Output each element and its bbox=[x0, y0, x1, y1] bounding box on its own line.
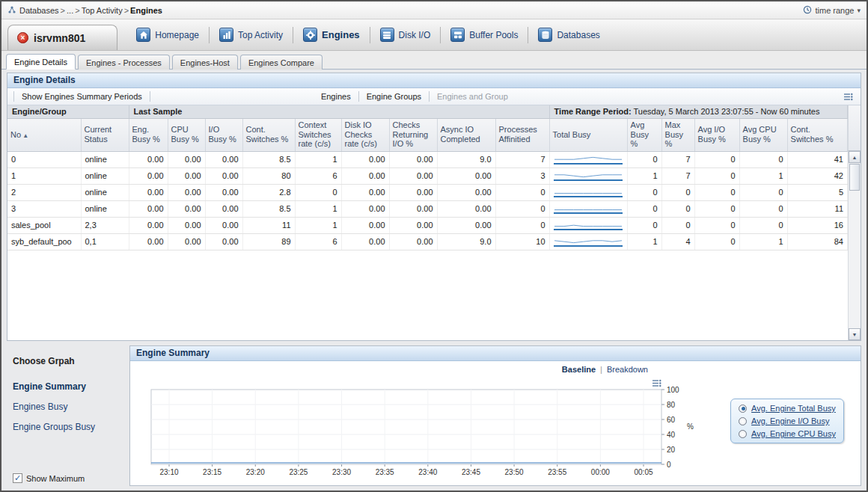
graph-option-engines-busy[interactable]: Engines Busy bbox=[13, 402, 122, 412]
sparkline-icon bbox=[553, 186, 623, 197]
buffer-pools-icon bbox=[450, 28, 465, 42]
table-row[interactable]: 2online0.000.000.002.800.000.000.0000000… bbox=[7, 184, 848, 200]
legend-option-avg-engine-total-busy[interactable]: Avg. Engine Total Busy bbox=[739, 404, 836, 413]
breadcrumb-item-[interactable]: ... bbox=[67, 6, 73, 15]
column-header-current-status[interactable]: Current Status bbox=[81, 118, 129, 151]
cell: 11 bbox=[787, 200, 847, 217]
graph-option-engine-summary[interactable]: Engine Summary bbox=[13, 381, 122, 392]
breadcrumb-item-engines[interactable]: Engines bbox=[130, 6, 162, 15]
breakdown-link[interactable]: Breakdown bbox=[607, 365, 648, 374]
cell: 0.00 bbox=[437, 184, 495, 200]
column-header-context-switches-rate-c-s[interactable]: Context Switches rate (c/s) bbox=[295, 118, 341, 151]
show-maximum-checkbox[interactable]: ✓ Show Maximum bbox=[13, 473, 122, 483]
tab-engine-details[interactable]: Engine Details bbox=[6, 54, 76, 70]
host-title-tab: × isrvmn801 bbox=[7, 25, 117, 50]
column-header-processes-affinitied[interactable]: Processes Affinitied bbox=[495, 118, 549, 151]
cell: 0.00 bbox=[389, 151, 437, 167]
breadcrumb-separator: > bbox=[124, 6, 129, 15]
time-range-control[interactable]: time range ▾ bbox=[803, 5, 861, 16]
cell: 1 bbox=[295, 217, 341, 233]
tab-engines-processes[interactable]: Engines - Processes bbox=[78, 55, 170, 70]
engine-summary-panel: Engine Summary Baseline | Breakdown 0204… bbox=[129, 345, 861, 486]
svg-text:80: 80 bbox=[667, 401, 676, 409]
cell: 89 bbox=[242, 233, 295, 250]
scroll-thumb[interactable] bbox=[849, 164, 860, 191]
header-filler bbox=[848, 105, 861, 151]
error-status-icon: × bbox=[17, 32, 28, 43]
scroll-up-button[interactable]: ▲ bbox=[849, 151, 861, 163]
column-header-i-o-busy[interactable]: I/O Busy % bbox=[205, 118, 242, 151]
baseline-link[interactable]: Baseline bbox=[562, 365, 596, 374]
breadcrumb-item-databases[interactable]: Databases bbox=[19, 6, 59, 15]
graph-chooser-panel: Choose Grpah Engine SummaryEngines BusyE… bbox=[7, 345, 125, 486]
table-row[interactable]: 3online0.000.000.008.510.000.000.0000000… bbox=[7, 200, 848, 217]
table-row[interactable]: syb_default_poo0,10.000.000.008960.000.0… bbox=[7, 233, 848, 250]
breadcrumb-separator: > bbox=[75, 6, 79, 15]
scroll-down-button[interactable]: ▼ bbox=[849, 328, 861, 340]
cell: 0.00 bbox=[168, 233, 205, 250]
engines-and-group-button[interactable]: Engines and Group bbox=[431, 90, 514, 102]
nav-label: Homepage bbox=[155, 30, 199, 40]
column-header-cont-switches[interactable]: Cont. Switches % bbox=[787, 118, 847, 151]
column-header-checks-returning-i-o[interactable]: Checks Returning I/O % bbox=[389, 118, 437, 151]
column-header-total-busy[interactable]: Total Busy bbox=[549, 118, 627, 151]
breadcrumb-item-top-activity[interactable]: Top Activity bbox=[82, 6, 123, 15]
column-header-avg-i-o-busy[interactable]: Avg I/O Busy % bbox=[694, 118, 739, 151]
toolbar-separator bbox=[150, 91, 150, 102]
column-header-avg-cpu-busy[interactable]: Avg CPU Busy % bbox=[739, 118, 787, 151]
cell: 0.00 bbox=[341, 233, 389, 250]
nav-buffer-pools[interactable]: Buffer Pools bbox=[444, 25, 525, 45]
main-content: Engine Details Show Engines Summary Peri… bbox=[1, 70, 867, 344]
cell: 0.00 bbox=[389, 167, 437, 184]
column-header-cont-switches[interactable]: Cont. Switches % bbox=[242, 118, 295, 151]
column-header-no[interactable]: No ▲ bbox=[7, 118, 81, 151]
cell: online bbox=[81, 167, 129, 184]
engine-groups-button[interactable]: Engine Groups bbox=[361, 90, 427, 102]
cell: 0 bbox=[627, 217, 661, 233]
radio-icon bbox=[739, 405, 747, 413]
table-scrollbar[interactable]: ▲ ▼ bbox=[848, 151, 861, 340]
nav-engines[interactable]: Engines bbox=[296, 25, 367, 45]
engines-table: Engine/GroupLast SampleTime Range Period… bbox=[7, 105, 848, 250]
header: × isrvmn801 HomepageTop ActivityEnginesD… bbox=[1, 19, 867, 51]
cell: 0.00 bbox=[205, 200, 242, 217]
cell: online bbox=[81, 200, 129, 217]
legend-option-avg-engine-cpu-busy[interactable]: Avg. Engine CPU Busy bbox=[739, 429, 836, 438]
cell: 0.00 bbox=[168, 151, 205, 167]
column-header-eng-busy[interactable]: Eng. Busy % bbox=[129, 118, 168, 151]
sort-asc-icon: ▲ bbox=[21, 132, 28, 139]
engine-summary-section-title: Engine Summary bbox=[130, 346, 861, 361]
app-window: Databases>...>Top Activity>Engines time … bbox=[0, 0, 868, 492]
graph-option-engine-groups-busy[interactable]: Engine Groups Busy bbox=[13, 422, 122, 432]
column-header-disk-io-checks-rate-c-s[interactable]: Disk IO Checks rate (c/s) bbox=[341, 118, 389, 151]
cell: 1 bbox=[627, 167, 661, 184]
cell: 3 bbox=[7, 200, 81, 217]
table-row[interactable]: 0online0.000.000.008.510.000.009.0707004… bbox=[7, 151, 848, 167]
column-header-max-busy[interactable]: Max Busy % bbox=[661, 118, 694, 151]
nav-disk-i-o[interactable]: Disk I/O bbox=[373, 25, 438, 45]
cell: 0.00 bbox=[437, 167, 495, 184]
tab-engines-host[interactable]: Engines-Host bbox=[172, 55, 238, 70]
cell: syb_default_poo bbox=[7, 233, 81, 250]
cell: 0 bbox=[661, 217, 694, 233]
cell: 0 bbox=[495, 200, 549, 217]
nav-databases[interactable]: Databases bbox=[531, 25, 606, 45]
nav-homepage[interactable]: Homepage bbox=[129, 25, 206, 45]
total-busy-sparkline bbox=[549, 200, 627, 217]
column-header-async-io-completed[interactable]: Async IO Completed bbox=[437, 118, 495, 151]
cell: 42 bbox=[787, 167, 847, 184]
legend-option-avg-engine-i-o-busy[interactable]: Avg. Engine I/O Busy bbox=[739, 416, 836, 425]
tab-engines-compare[interactable]: Engines Compare bbox=[240, 55, 323, 70]
cell: 0.00 bbox=[168, 200, 205, 217]
column-header-cpu-busy[interactable]: CPU Busy % bbox=[168, 118, 205, 151]
nav-label: Buffer Pools bbox=[469, 30, 518, 40]
engine-details-toolbar: Show Engines Summary Periods EnginesEngi… bbox=[7, 88, 861, 105]
nav-top-activity[interactable]: Top Activity bbox=[213, 25, 290, 45]
table-options-icon[interactable] bbox=[843, 93, 853, 101]
engine-details-section-title: Engine Details bbox=[7, 73, 861, 88]
show-engines-summary-periods-button[interactable]: Show Engines Summary Periods bbox=[16, 90, 148, 102]
table-row[interactable]: 1online0.000.000.008060.000.000.00317014… bbox=[7, 167, 848, 184]
column-header-avg-busy[interactable]: Avg Busy % bbox=[627, 118, 661, 151]
engines-button[interactable]: Engines bbox=[315, 90, 357, 102]
table-row[interactable]: sales_pool2,30.000.000.001110.000.000.00… bbox=[7, 217, 848, 233]
